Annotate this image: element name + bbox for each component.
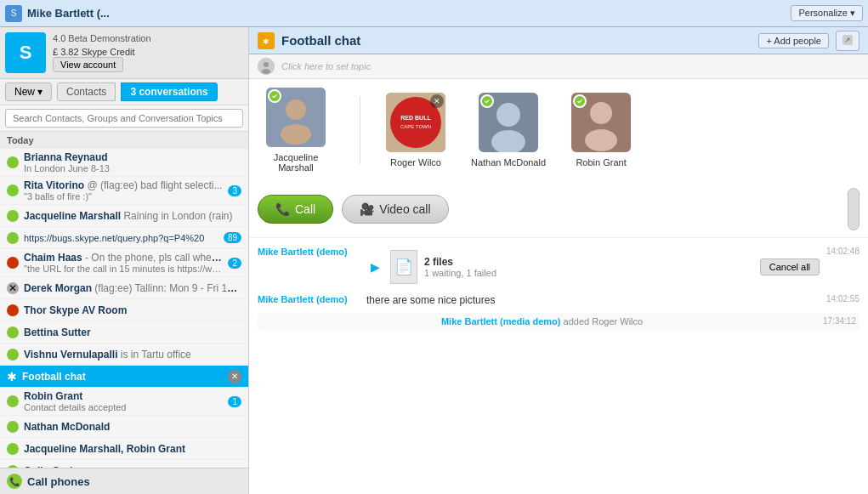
list-item[interactable]: Bettina Sutter xyxy=(0,321,248,344)
list-item-football-chat[interactable]: ✱ Football chat ✕ xyxy=(0,366,248,388)
status-icon-online xyxy=(7,210,19,222)
status-icon-online xyxy=(7,232,19,244)
account-credit: £ 3.82 Skype Credit xyxy=(53,47,243,57)
list-item[interactable]: Jacqueline Marshall Raining in London (r… xyxy=(0,205,248,227)
call-phones-label: Call phones xyxy=(27,475,90,488)
status-icon-red xyxy=(7,257,19,269)
svg-point-6 xyxy=(262,69,270,74)
account-info: 4.0 Beta Demonstration £ 3.82 Skype Cred… xyxy=(53,33,243,72)
list-item[interactable]: Jacqueline Marshall, Robin Grant xyxy=(0,438,248,460)
video-icon: 🎥 xyxy=(360,202,374,216)
tab-conversations[interactable]: 3 conversations xyxy=(121,82,217,101)
tab-contacts[interactable]: Contacts xyxy=(57,82,116,101)
section-today: Today xyxy=(0,131,248,149)
add-people-button[interactable]: + Add people xyxy=(758,33,829,48)
list-item[interactable]: Chaim Haas - On the phone, pls call when… xyxy=(0,249,248,277)
unread-badge: 3 xyxy=(228,185,241,196)
message-sender: Mike Bartlett (demo) xyxy=(258,247,360,257)
message-row: Mike Bartlett (demo) there are some nice… xyxy=(258,294,859,306)
chat-title: Football chat xyxy=(281,33,752,48)
svg-text:CAPE TOWN: CAPE TOWN xyxy=(400,124,431,129)
participant-robin: Robin Grant xyxy=(571,93,631,168)
action-row: New Contacts 3 conversations xyxy=(0,79,248,105)
view-account-button[interactable]: View account xyxy=(53,57,123,72)
status-icon-online xyxy=(7,349,19,361)
list-item[interactable]: Nathan McDonald xyxy=(0,416,248,438)
play-button[interactable]: ▶ xyxy=(366,258,383,275)
participant-name: Nathan McDonald xyxy=(471,157,546,168)
video-call-button[interactable]: 🎥 Video call xyxy=(342,195,448,224)
group-icon: ✱ xyxy=(7,370,17,383)
status-icon-away: ✕ xyxy=(7,282,19,294)
unread-badge: 89 xyxy=(224,232,241,243)
unread-badge: 2 xyxy=(228,258,241,269)
search-input[interactable] xyxy=(5,109,243,128)
new-button[interactable]: New xyxy=(5,82,52,101)
message-sender: Mike Bartlett (demo) xyxy=(258,294,360,304)
participant-status-icon xyxy=(268,89,281,103)
call-icon: 📞 xyxy=(275,202,290,216)
message-time: 14:02:48 xyxy=(826,247,859,256)
main-layout: S 4.0 Beta Demonstration £ 3.82 Skype Cr… xyxy=(0,27,868,494)
participant-roger: RED BULL CAPE TOWN ✕ Roger Wilco xyxy=(386,93,445,168)
system-message: Mike Bartlett (media demo) added Roger W… xyxy=(258,313,859,330)
unread-badge: 1 xyxy=(228,396,241,407)
participant-name: Robin Grant xyxy=(576,157,626,168)
close-chat-button[interactable]: ✕ xyxy=(228,370,241,383)
system-actor: Mike Bartlett (media demo) xyxy=(441,316,561,326)
svg-point-16 xyxy=(496,103,520,127)
svg-point-21 xyxy=(585,129,617,151)
list-item[interactable]: ✕ Derek Morgan (flag:ee) Tallinn: Mon 9 … xyxy=(0,277,248,299)
user-name: Mike Bartlett (... xyxy=(27,7,786,20)
left-panel: S 4.0 Beta Demonstration £ 3.82 Skype Cr… xyxy=(0,27,249,494)
participant-name: Roger Wilco xyxy=(390,157,441,168)
list-item[interactable]: Thor Skype AV Room xyxy=(0,299,248,321)
call-phones-section[interactable]: 📞 Call phones xyxy=(0,468,248,494)
svg-point-9 xyxy=(281,124,311,145)
topic-avatar-icon xyxy=(258,58,275,75)
svg-text:✱: ✱ xyxy=(263,37,269,46)
account-avatar: S xyxy=(5,32,46,73)
list-item[interactable]: Brianna Reynaud In London June 8-13 xyxy=(0,149,248,177)
cancel-all-button[interactable]: Cancel all xyxy=(760,258,820,275)
user-avatar: S xyxy=(5,5,22,22)
list-item[interactable]: Colin Graham xyxy=(0,460,248,468)
message-row: Mike Bartlett (demo) ▶ 📄 2 files 1 waiti… xyxy=(258,247,859,287)
right-panel: ✱ Football chat + Add people ↗ Click her… xyxy=(249,27,868,494)
chat-header: ✱ Football chat + Add people ↗ xyxy=(249,27,868,54)
phone-icon: 📞 xyxy=(7,474,22,489)
export-button[interactable]: ↗ xyxy=(836,31,859,51)
separator xyxy=(360,96,360,164)
participant-nathan: Nathan McDonald xyxy=(471,93,546,168)
topic-placeholder[interactable]: Click here to set topic xyxy=(281,61,371,71)
svg-point-5 xyxy=(264,62,269,67)
svg-point-20 xyxy=(590,102,612,124)
list-item[interactable]: https://bugs.skype.net/query.php?q=P4%20… xyxy=(0,227,248,249)
football-chat-name: Football chat xyxy=(22,371,223,383)
personalize-button[interactable]: Personalize xyxy=(791,5,863,21)
status-icon-online xyxy=(7,185,19,196)
participant-status-icon xyxy=(480,94,494,108)
file-transfer: ▶ 📄 2 files 1 waiting, 1 failed Cancel a… xyxy=(366,247,820,287)
chat-messages: Mike Bartlett (demo) ▶ 📄 2 files 1 waiti… xyxy=(249,238,868,494)
svg-point-8 xyxy=(286,99,306,120)
status-icon-online xyxy=(7,156,19,168)
list-item[interactable]: Robin Grant Contact details accepted 1 xyxy=(0,388,248,416)
participant-remove-button[interactable]: ✕ xyxy=(430,94,444,108)
file-name: 2 files xyxy=(424,256,753,268)
list-item[interactable]: Rita Vitorino @ (flag:ee) bad flight sel… xyxy=(0,177,248,205)
status-icon-online xyxy=(7,421,19,433)
svg-text:↗: ↗ xyxy=(844,36,851,44)
file-icon: 📄 xyxy=(390,250,417,284)
account-demo-label: 4.0 Beta Demonstration xyxy=(53,33,243,43)
chat-group-icon: ✱ xyxy=(258,32,275,49)
message-text: there are some nice pictures xyxy=(366,294,495,306)
top-bar: S Mike Bartlett (... Personalize xyxy=(0,0,868,27)
svg-text:RED BULL: RED BULL xyxy=(400,115,431,121)
call-button[interactable]: 📞 Call xyxy=(258,195,333,224)
system-time: 17:34:12 xyxy=(823,316,856,326)
list-item[interactable]: Vishnu Vernulapalli is in Tartu office xyxy=(0,344,248,366)
participant-name: Jacqueline Marshall xyxy=(258,152,334,173)
participant-jacqueline: Jacqueline Marshall xyxy=(258,88,334,173)
scrollbar-thumb[interactable] xyxy=(848,188,859,230)
